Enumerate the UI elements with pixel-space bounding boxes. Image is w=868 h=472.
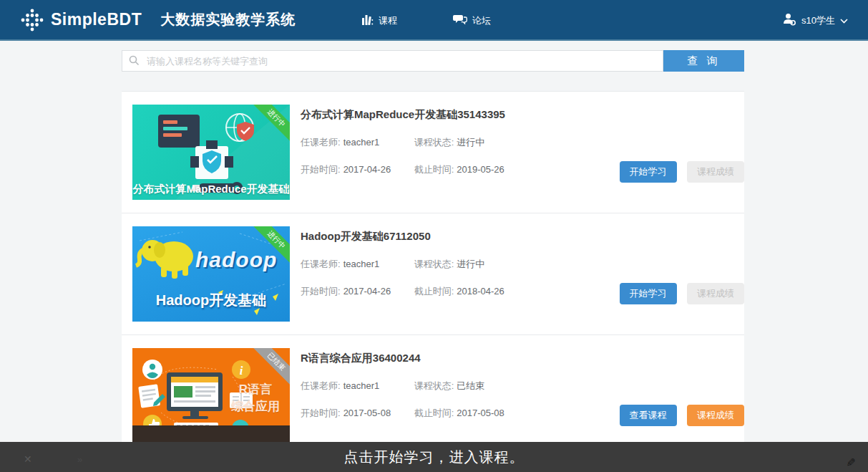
end-value: 2017-05-08 — [457, 408, 504, 418]
courses-icon — [361, 14, 374, 28]
teacher-value: teacher1 — [343, 380, 380, 391]
main-content: 查 询 — [122, 50, 744, 457]
nav-label-forum: 论坛 — [472, 14, 491, 27]
user-name: s10学生 — [801, 14, 835, 27]
course-image-caption: R语言 综合应用 — [231, 381, 280, 415]
simplebdt-logo-icon — [20, 8, 44, 32]
start-label: 开始时间: — [301, 164, 341, 175]
chevron-down-icon — [840, 15, 848, 26]
course-title: 分布式计算MapReduce开发基础35143395 — [301, 108, 744, 122]
course-list: 分布式计算MapReduce开发基础 进行中 分布式计算MapReduce开发基… — [122, 91, 744, 457]
teacher-label: 任课老师: — [301, 380, 341, 391]
user-icon — [783, 13, 796, 28]
status-value: 进行中 — [457, 259, 484, 269]
end-label: 截止时间: — [414, 408, 454, 418]
course-details: Hadoop开发基础67112050 任课老师:teacher1 课程状态:进行… — [301, 226, 744, 321]
start-learning-button[interactable]: 开始学习 — [620, 161, 677, 183]
top-navbar: SimpleBDT 大数据实验教学系统 课程 — [0, 0, 868, 41]
search-button[interactable]: 查 询 — [663, 50, 744, 72]
start-value: 2017-04-26 — [343, 286, 391, 297]
end-label: 截止时间: — [414, 286, 454, 297]
teacher-value: teacher1 — [343, 259, 380, 269]
course-row-rlang: i — [122, 335, 744, 457]
course-grades-button[interactable]: 课程成绩 — [687, 283, 744, 304]
hadoop-logo-text: hadoop — [195, 248, 277, 272]
start-learning-button[interactable]: 开始学习 — [620, 283, 677, 304]
nav-item-forum[interactable]: 论坛 — [453, 14, 491, 28]
caption-bar: ✕ » 点击开始学习，进入课程。 ✎ — [0, 442, 868, 472]
close-icon[interactable]: ✕ — [24, 453, 32, 465]
course-grades-button[interactable]: 课程成绩 — [687, 405, 744, 426]
teacher-value: teacher1 — [343, 137, 380, 148]
teacher-label: 任课老师: — [301, 259, 341, 269]
teacher-label: 任课老师: — [301, 137, 341, 148]
start-value: 2017-05-08 — [343, 408, 391, 418]
view-course-button[interactable]: 查看课程 — [620, 405, 677, 426]
status-label: 课程状态: — [414, 259, 454, 269]
start-label: 开始时间: — [301, 286, 341, 297]
start-label: 开始时间: — [301, 408, 341, 418]
course-row-mapreduce: 分布式计算MapReduce开发基础 进行中 分布式计算MapReduce开发基… — [122, 92, 744, 213]
course-grades-button[interactable]: 课程成绩 — [687, 161, 744, 183]
main-nav: 课程 论坛 — [361, 0, 491, 41]
user-menu[interactable]: s10学生 — [783, 0, 848, 41]
status-label: 课程状态: — [414, 137, 454, 148]
start-value: 2017-04-26 — [343, 164, 391, 175]
logo-text: SimpleBDT — [51, 10, 142, 29]
course-thumbnail-hadoop[interactable]: hadoop Hadoop开发基础 进行中 — [132, 226, 290, 322]
search-bar: 查 询 — [122, 50, 744, 72]
status-label: 课程状态: — [414, 380, 454, 391]
svg-text:i: i — [240, 364, 243, 377]
end-value: 2018-04-26 — [457, 286, 504, 297]
course-details: 分布式计算MapReduce开发基础35143395 任课老师:teacher1… — [301, 105, 744, 199]
course-image-caption: Hadoop开发基础 — [132, 291, 290, 310]
status-value: 已结束 — [457, 380, 484, 391]
status-value: 进行中 — [457, 137, 484, 148]
more-icon[interactable]: » — [77, 454, 82, 465]
page-title: 大数据实验教学系统 — [160, 10, 296, 29]
image-dark-overlay — [132, 425, 290, 443]
nav-item-courses[interactable]: 课程 — [361, 14, 397, 28]
course-row-hadoop: hadoop Hadoop开发基础 进行中 Hadoop开发基础67112050… — [122, 213, 744, 335]
course-title: Hadoop开发基础67112050 — [301, 230, 744, 244]
end-label: 截止时间: — [414, 164, 454, 175]
logo[interactable]: SimpleBDT — [20, 8, 142, 32]
course-thumbnail-mapreduce[interactable]: 分布式计算MapReduce开发基础 进行中 — [132, 105, 290, 200]
search-input[interactable] — [122, 50, 663, 72]
search-icon — [129, 55, 140, 69]
end-value: 2019-05-26 — [457, 164, 504, 175]
page: SimpleBDT 大数据实验教学系统 课程 — [0, 0, 868, 472]
nav-label-courses: 课程 — [379, 14, 397, 27]
course-image-caption: 分布式计算MapReduce开发基础 — [132, 183, 290, 196]
caption-text: 点击开始学习，进入课程。 — [344, 448, 525, 467]
course-title: R语言综合应用36400244 — [301, 352, 744, 365]
pencil-icon[interactable]: ✎ — [844, 458, 857, 467]
course-thumbnail-rlang[interactable]: i — [132, 348, 290, 443]
forum-icon — [453, 14, 467, 28]
course-details: R语言综合应用36400244 任课老师:teacher1 课程状态:已结束 开… — [301, 348, 744, 443]
